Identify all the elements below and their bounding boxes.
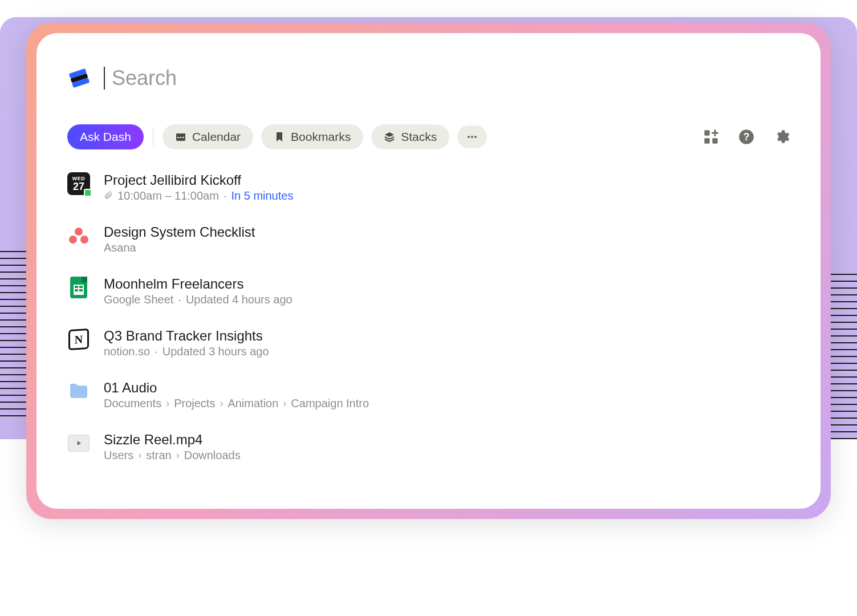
crumb: Documents <box>104 397 161 410</box>
result-title: Design System Checklist <box>104 224 255 240</box>
result-source: Asana <box>104 241 136 254</box>
svg-rect-5 <box>177 137 179 138</box>
chip-divider <box>153 128 153 145</box>
svg-rect-6 <box>180 137 181 138</box>
video-file-icon <box>67 432 90 455</box>
svg-point-9 <box>471 136 473 138</box>
result-video[interactable]: Sizzle Reel.mp4 Users › stran › Download… <box>67 432 790 462</box>
dot-separator: · <box>178 293 181 306</box>
crumb: Animation <box>228 397 278 410</box>
app-card-inner: Ask Dash Calendar Bookmarks <box>36 33 821 509</box>
result-updated: Updated 3 hours ago <box>163 345 269 358</box>
svg-rect-4 <box>176 133 185 136</box>
app-logo-icon <box>67 66 91 90</box>
search-input[interactable] <box>112 66 790 90</box>
search-row <box>67 66 790 90</box>
bookmark-icon <box>274 131 285 143</box>
text-cursor <box>104 67 105 90</box>
add-widget-icon[interactable] <box>703 129 719 145</box>
result-source: Google Sheet <box>104 293 173 306</box>
result-updated: Updated 4 hours ago <box>186 293 293 306</box>
app-card: Ask Dash Calendar Bookmarks <box>26 23 831 519</box>
chevron-right-icon: › <box>220 398 223 410</box>
ask-dash-button[interactable]: Ask Dash <box>67 124 144 149</box>
calendar-date-icon: WED 27 <box>67 172 90 195</box>
attachment-icon <box>104 189 113 202</box>
help-icon[interactable]: ? <box>738 129 754 145</box>
event-time: 10:00am – 11:00am <box>117 189 219 202</box>
dot-separator: · <box>224 189 227 202</box>
result-title: Sizzle Reel.mp4 <box>104 432 241 448</box>
dot-separator: · <box>155 345 158 358</box>
asana-icon <box>67 224 90 247</box>
google-sheet-icon <box>67 276 90 299</box>
stacks-chip[interactable]: Stacks <box>371 124 449 149</box>
result-asana[interactable]: Design System Checklist Asana <box>67 224 790 254</box>
chip-label: Ask Dash <box>80 130 131 144</box>
chevron-right-icon: › <box>166 398 169 410</box>
svg-rect-11 <box>704 130 709 135</box>
crumb: Users <box>104 449 133 462</box>
result-subtitle: Asana <box>104 241 255 254</box>
bookmarks-chip[interactable]: Bookmarks <box>261 124 363 149</box>
result-source: notion.so <box>104 345 150 358</box>
event-countdown: In 5 minutes <box>231 189 293 202</box>
svg-point-10 <box>474 136 477 138</box>
result-title: 01 Audio <box>104 380 369 396</box>
stacks-icon <box>384 131 395 143</box>
calendar-dom: 27 <box>73 181 84 192</box>
crumb: stran <box>146 449 171 462</box>
result-notion[interactable]: N Q3 Brand Tracker Insights notion.so · … <box>67 328 790 358</box>
svg-rect-12 <box>704 138 709 143</box>
breadcrumb: Documents › Projects › Animation › Campa… <box>104 397 369 410</box>
result-title: Project Jellibird Kickoff <box>104 172 293 188</box>
crumb: Campaign Intro <box>291 397 369 410</box>
more-chip[interactable] <box>457 125 487 148</box>
svg-point-8 <box>468 136 470 138</box>
breadcrumb: Users › stran › Downloads <box>104 449 241 462</box>
calendar-chip[interactable]: Calendar <box>163 124 253 149</box>
crumb: Downloads <box>184 449 241 462</box>
svg-text:?: ? <box>744 131 750 143</box>
settings-gear-icon[interactable] <box>774 129 790 145</box>
filter-chips-row: Ask Dash Calendar Bookmarks <box>67 124 790 149</box>
folder-icon <box>67 380 90 403</box>
result-title: Moonhelm Freelancers <box>104 276 293 292</box>
chevron-right-icon: › <box>283 398 286 410</box>
result-subtitle: Google Sheet · Updated 4 hours ago <box>104 293 293 306</box>
calendar-icon <box>175 131 186 143</box>
result-subtitle: notion.so · Updated 3 hours ago <box>104 345 269 358</box>
chevron-right-icon: › <box>138 449 141 461</box>
results-list: WED 27 Project Jellibird Kickoff 10:00am… <box>67 172 790 462</box>
chip-label: Stacks <box>401 130 437 144</box>
crumb: Projects <box>174 397 215 410</box>
result-title: Q3 Brand Tracker Insights <box>104 328 269 344</box>
toolbar-actions: ? <box>703 129 790 145</box>
result-subtitle: 10:00am – 11:00am · In 5 minutes <box>104 189 293 202</box>
chip-label: Bookmarks <box>291 130 351 144</box>
chip-label: Calendar <box>192 130 241 144</box>
svg-rect-13 <box>712 138 717 143</box>
svg-rect-7 <box>182 137 184 138</box>
result-event[interactable]: WED 27 Project Jellibird Kickoff 10:00am… <box>67 172 790 202</box>
result-gsheet[interactable]: Moonhelm Freelancers Google Sheet · Upda… <box>67 276 790 306</box>
notion-icon: N <box>67 328 90 351</box>
more-horizontal-icon <box>466 131 478 143</box>
chevron-right-icon: › <box>176 449 180 461</box>
result-folder[interactable]: 01 Audio Documents › Projects › Animatio… <box>67 380 790 410</box>
